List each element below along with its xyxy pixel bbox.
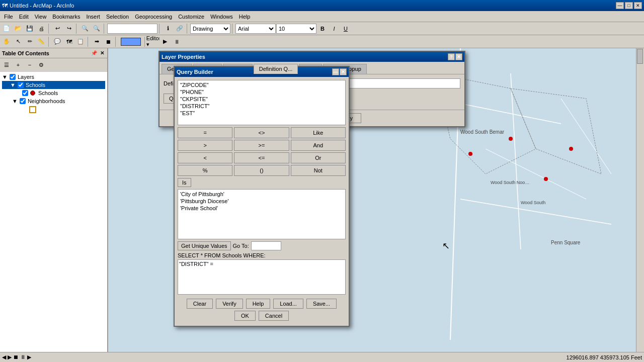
redo-btn[interactable]: ↪ [63, 23, 74, 34]
op-lte[interactable]: <= [234, 152, 289, 163]
zoom-in-btn[interactable]: 🔍 [79, 23, 91, 34]
op-gt[interactable]: > [178, 140, 232, 151]
menu-bookmarks[interactable]: Bookmarks [49, 13, 83, 21]
toc-close-btn[interactable]: ✕ [99, 50, 105, 56]
zoom-out-btn[interactable]: 🔍 [91, 23, 102, 34]
close-button[interactable]: ✕ [634, 2, 642, 9]
bold-btn[interactable]: B [317, 23, 328, 34]
editor-btn[interactable]: Editor ▾ [148, 36, 159, 47]
field-zipcode[interactable]: "ZIPCODE" [179, 81, 344, 88]
field-est[interactable]: "EST" [179, 110, 344, 117]
op-neq[interactable]: <> [234, 127, 289, 138]
toc-layer-schools-point[interactable]: Schools [2, 89, 105, 97]
scale-input[interactable]: 1:109,076 [107, 24, 157, 34]
edit-btn[interactable]: ✏ [24, 36, 35, 47]
toc-header-buttons[interactable]: 📌 ✕ [90, 50, 105, 56]
op-gte[interactable]: >= [234, 140, 289, 151]
map-scrollbar-right[interactable] [636, 48, 644, 352]
qb-cancel-btn[interactable]: Cancel [259, 311, 289, 321]
identify-btn[interactable]: ℹ [163, 23, 174, 34]
title-bar-buttons[interactable]: — □ ✕ [616, 2, 642, 9]
op-or[interactable]: Or [291, 152, 346, 163]
load-btn[interactable]: Load... [273, 299, 303, 309]
op-and[interactable]: And [291, 140, 346, 151]
op-like[interactable]: Like [291, 127, 346, 138]
qb-close-btn[interactable]: ✕ [340, 68, 347, 75]
schools-group-checkbox[interactable] [18, 82, 24, 88]
schools-point-checkbox[interactable] [22, 90, 28, 96]
qb-title-buttons[interactable]: — ✕ [332, 68, 347, 75]
menu-selection[interactable]: Selection [103, 13, 132, 21]
qb-fields-list[interactable]: "ZIPCODE" "PHONE" "CKPSITE" "DISTRICT" "… [178, 80, 346, 125]
font-dropdown[interactable]: Arial [235, 24, 276, 34]
tab-definition-query[interactable]: Definition Q... [254, 64, 298, 74]
maximize-button[interactable]: □ [625, 2, 633, 9]
toc-expand-btn[interactable]: + [13, 59, 24, 70]
toc-pin-btn[interactable]: 📌 [90, 50, 98, 56]
menu-view[interactable]: View [32, 13, 50, 21]
op-percent[interactable]: % [178, 165, 232, 176]
route-btn[interactable]: ➡ [91, 36, 102, 47]
qb-minimize-btn[interactable]: — [332, 68, 339, 75]
stop-btn[interactable]: ⏹ [103, 36, 114, 47]
layer-properties-help-btn[interactable]: ? [448, 53, 455, 60]
op-not[interactable]: Not [291, 165, 346, 176]
hyperlink-btn[interactable]: 🔗 [174, 23, 185, 34]
menu-help[interactable]: Help [236, 13, 254, 21]
new-btn[interactable]: 📄 [1, 23, 12, 34]
drawing-dropdown[interactable]: Drawing [190, 24, 230, 34]
underline-btn[interactable]: U [340, 23, 351, 34]
measure-btn[interactable]: 📏 [36, 36, 47, 47]
save-btn[interactable]: Save... [306, 299, 337, 309]
verify-btn[interactable]: Verify [216, 299, 243, 309]
help-btn[interactable]: Help [246, 299, 271, 309]
undo-btn[interactable]: ↩ [52, 23, 63, 34]
layer-properties-close-btn[interactable]: ✕ [455, 53, 462, 60]
play-btn[interactable]: ▶ [159, 36, 171, 47]
op-lt[interactable]: < [178, 152, 232, 163]
pan-btn[interactable]: ✋ [1, 36, 12, 47]
map-tips-btn[interactable]: 💬 [52, 36, 63, 47]
qb-ok-btn[interactable]: OK [234, 311, 256, 321]
clear-btn[interactable]: Clear [187, 299, 213, 309]
pause-btn[interactable]: ⏸ [171, 36, 182, 47]
layer-properties-title-buttons[interactable]: ? ✕ [448, 53, 462, 60]
toc-collapse-btn[interactable]: − [24, 59, 35, 70]
attribute-btn[interactable]: 📋 [75, 36, 86, 47]
value-diocese[interactable]: 'Pittsburgh Diocese' [179, 198, 344, 205]
save-btn[interactable]: 💾 [24, 23, 35, 34]
menu-geoprocessing[interactable]: Geoprocessing [132, 13, 175, 21]
toc-layer-neighborhoods[interactable]: ▼ Neighborhoods [2, 97, 105, 105]
menu-windows[interactable]: Windows [207, 13, 236, 21]
menu-insert[interactable]: Insert [83, 13, 103, 21]
value-city[interactable]: 'City of Pittsburgh' [179, 191, 344, 198]
toc-list-btn[interactable]: ☰ [1, 59, 12, 70]
neighborhoods-checkbox[interactable] [20, 98, 26, 104]
layer-btn[interactable]: 🗺 [63, 36, 74, 47]
select-btn[interactable]: ↖ [13, 36, 24, 47]
field-phone[interactable]: "PHONE" [179, 88, 344, 96]
toc-options-btn[interactable]: ⚙ [36, 59, 47, 70]
toc-section-header[interactable]: ▼ Layers [2, 74, 105, 80]
field-ckpsite[interactable]: "CKPSITE" [179, 96, 344, 103]
open-btn[interactable]: 📂 [13, 23, 24, 34]
value-private[interactable]: 'Private School' [179, 205, 344, 212]
minimize-button[interactable]: — [616, 2, 624, 9]
toc-layer-schools-group[interactable]: ▼ Schools [2, 81, 105, 89]
layers-checkbox[interactable] [10, 74, 16, 80]
op-eq[interactable]: = [178, 127, 232, 138]
print-btn[interactable]: 🖨 [36, 23, 47, 34]
is-button[interactable]: Is [178, 178, 191, 187]
fontsize-dropdown[interactable]: 10 [276, 24, 316, 34]
menu-file[interactable]: File [1, 13, 16, 21]
menu-edit[interactable]: Edit [16, 13, 32, 21]
map-area[interactable]: Wood South Bemar Wood South Noo… Wood So… [108, 48, 636, 352]
go-to-field[interactable] [251, 241, 281, 250]
query-builder-dialog[interactable]: Query Builder — ✕ "ZIPCODE" "PHONE" "CKP… [174, 66, 350, 327]
italic-btn[interactable]: I [329, 23, 340, 34]
menu-customize[interactable]: Customize [175, 13, 207, 21]
qb-values-list[interactable]: 'City of Pittsburgh' 'Pittsburgh Diocese… [178, 189, 346, 239]
qb-sql-box[interactable]: "DISTRICT" = [178, 259, 346, 295]
get-unique-values-btn[interactable]: Get Unique Values [178, 241, 231, 250]
field-district[interactable]: "DISTRICT" [179, 103, 344, 110]
